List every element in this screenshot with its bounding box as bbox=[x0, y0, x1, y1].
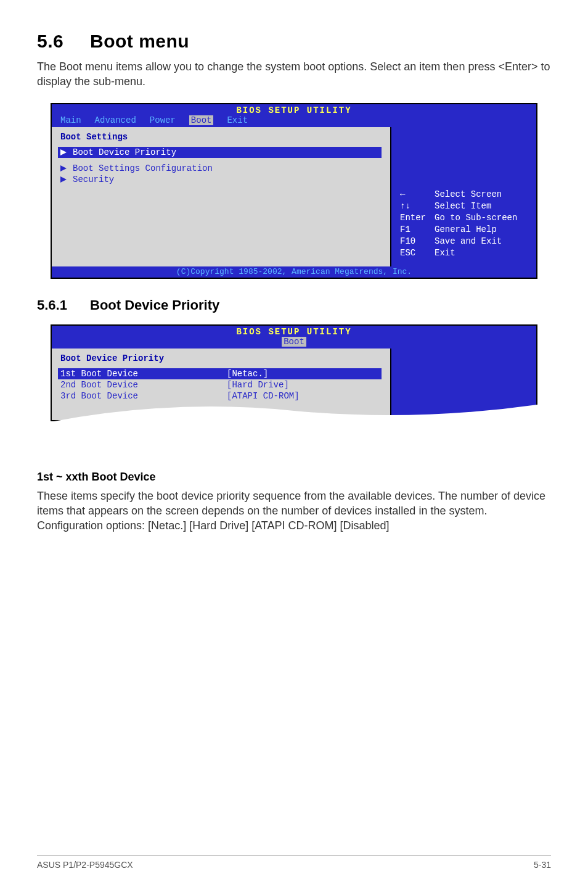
bios-left-pane: Boot Device Priority 1st Boot Device [Ne… bbox=[52, 349, 391, 420]
bios-help-block: ←Select Screen ↑↓Select Item EnterGo to … bbox=[400, 189, 528, 258]
tab-main[interactable]: Main bbox=[60, 115, 81, 125]
subsection-title: Boot Device Priority bbox=[90, 297, 219, 313]
submenu-triangle-icon bbox=[60, 176, 67, 183]
subsection-header: 5.6.1Boot Device Priority bbox=[37, 297, 551, 313]
menu-item-boot-settings-configuration[interactable]: Boot Settings Configuration bbox=[60, 163, 382, 174]
field-heading: 1st ~ xxth Boot Device bbox=[37, 471, 551, 484]
submenu-triangle-icon bbox=[60, 165, 67, 171]
bios-tabbar: Boot bbox=[52, 337, 536, 349]
svg-marker-2 bbox=[60, 176, 67, 183]
bios-title: BIOS SETUP UTILITY bbox=[52, 104, 536, 115]
bios-left-pane: Boot Settings Boot Device Priority Boot … bbox=[52, 127, 391, 266]
tab-power[interactable]: Power bbox=[150, 115, 176, 125]
tab-boot[interactable]: Boot bbox=[189, 115, 214, 125]
option-2nd-boot-device[interactable]: 2nd Boot Device [Hard Drive] bbox=[60, 379, 382, 390]
submenu-triangle-icon bbox=[60, 149, 67, 155]
option-label: 3rd Boot Device bbox=[60, 391, 221, 401]
section-title: Boot menu bbox=[90, 31, 189, 51]
bios-pane-title: Boot Device Priority bbox=[60, 353, 382, 363]
help-line: EnterGo to Sub-screen bbox=[400, 212, 528, 224]
help-line: ESCExit bbox=[400, 247, 528, 259]
field-body: These items specify the boot device prio… bbox=[37, 489, 551, 534]
menu-item-label: Boot Settings Configuration bbox=[73, 163, 213, 173]
bios-tabbar: Main Advanced Power Boot Exit bbox=[52, 115, 536, 127]
tab-boot[interactable]: Boot bbox=[282, 337, 306, 347]
subsection-number: 5.6.1 bbox=[37, 297, 90, 313]
section-number: 5.6 bbox=[37, 31, 90, 52]
option-value: [Hard Drive] bbox=[227, 380, 289, 390]
help-line: F1General Help bbox=[400, 224, 528, 236]
bios-right-pane bbox=[391, 349, 536, 420]
menu-item-boot-device-priority[interactable]: Boot Device Priority bbox=[58, 147, 382, 158]
tab-advanced[interactable]: Advanced bbox=[95, 115, 136, 125]
section-intro: The Boot menu items allow you to change … bbox=[37, 59, 551, 89]
menu-item-label: Security bbox=[73, 175, 114, 184]
tab-exit[interactable]: Exit bbox=[227, 115, 248, 125]
svg-marker-0 bbox=[60, 149, 67, 155]
bios-title: BIOS SETUP UTILITY bbox=[52, 326, 536, 337]
option-value: [Netac.] bbox=[227, 369, 268, 379]
bios-copyright: (C)Copyright 1985-2002, American Megatre… bbox=[52, 266, 536, 278]
option-label: 2nd Boot Device bbox=[60, 380, 221, 390]
bios-pane-title: Boot Settings bbox=[60, 132, 382, 142]
option-1st-boot-device[interactable]: 1st Boot Device [Netac.] bbox=[58, 368, 382, 379]
footer-left: ASUS P1/P2-P5945GCX bbox=[37, 860, 133, 870]
section-header: 5.6Boot menu bbox=[37, 31, 551, 52]
bios-right-pane: ←Select Screen ↑↓Select Item EnterGo to … bbox=[391, 127, 536, 266]
bios-screenshot-boot-device-priority: BIOS SETUP UTILITY Boot Boot Device Prio… bbox=[51, 324, 537, 421]
page-footer: ASUS P1/P2-P5945GCX 5-31 bbox=[37, 856, 551, 870]
help-line: F10Save and Exit bbox=[400, 236, 528, 247]
option-label: 1st Boot Device bbox=[60, 369, 221, 379]
bios-screenshot-boot-settings: BIOS SETUP UTILITY Main Advanced Power B… bbox=[51, 103, 537, 279]
help-line: ←Select Screen bbox=[400, 189, 528, 200]
option-3rd-boot-device[interactable]: 3rd Boot Device [ATAPI CD-ROM] bbox=[60, 390, 382, 402]
option-value: [ATAPI CD-ROM] bbox=[227, 391, 300, 401]
help-line: ↑↓Select Item bbox=[400, 200, 528, 212]
footer-right: 5-31 bbox=[534, 860, 551, 870]
menu-item-security[interactable]: Security bbox=[60, 174, 382, 185]
menu-item-label: Boot Device Priority bbox=[73, 147, 176, 157]
svg-marker-1 bbox=[60, 165, 67, 171]
